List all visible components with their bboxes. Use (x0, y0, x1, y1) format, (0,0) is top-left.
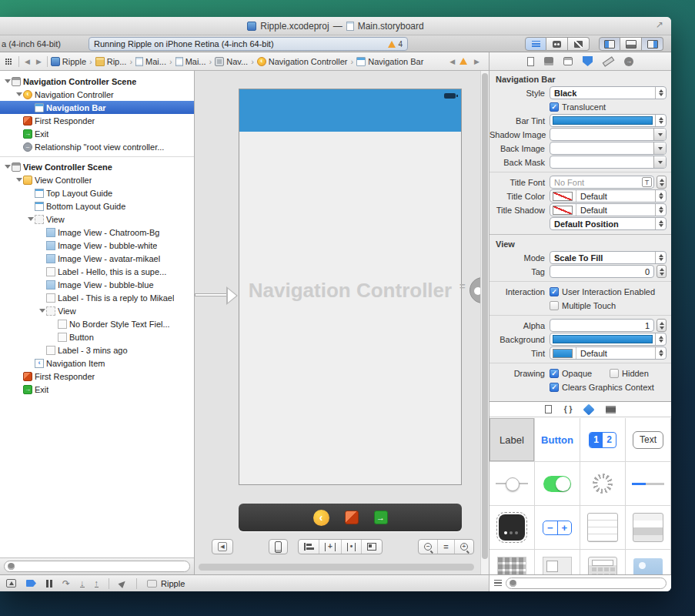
toggle-debug-area-icon[interactable] (6, 579, 16, 588)
library-cell-picker[interactable] (580, 550, 626, 574)
checkbox[interactable]: ✓ (550, 383, 559, 392)
outline-row[interactable]: Image View - bubble-blue (0, 278, 194, 291)
issue-warning-icon[interactable] (459, 58, 467, 65)
popup-arrows-icon[interactable] (655, 87, 666, 99)
outline-row[interactable]: Relationship "root view controller... (0, 140, 194, 153)
zoom-out-button[interactable]: − (419, 540, 437, 554)
popup-arrows-icon[interactable] (655, 347, 666, 359)
swatch-popup[interactable]: Default (550, 346, 667, 360)
popup-arrows-icon[interactable] (655, 252, 666, 263)
connections-inspector-icon[interactable]: → (624, 57, 633, 66)
font-field[interactable]: No FontT (550, 176, 654, 189)
outline-row[interactable]: Navigation Bar (0, 101, 194, 114)
color-swatch[interactable] (553, 206, 573, 215)
library-cell-segmented[interactable]: 12 (580, 418, 626, 462)
pause-icon[interactable] (46, 580, 52, 588)
outline-row[interactable]: Navigation Controller Scene (0, 75, 194, 88)
combo-dropdown-icon[interactable] (653, 129, 666, 140)
previous-issue-button[interactable]: ◀ (446, 58, 458, 65)
outline-row[interactable]: Top Layout Guide (0, 186, 194, 199)
library-cell-label[interactable]: Label (490, 418, 535, 462)
code-snippets-icon[interactable]: { } (564, 405, 573, 413)
vertical-scrollbar-thumb[interactable] (482, 73, 488, 559)
stepper-control[interactable] (657, 265, 667, 278)
value-field[interactable]: 0 (550, 265, 654, 278)
scheme-selector-fragment[interactable]: a (4-inch 64-bit) (2, 39, 61, 49)
library-cell-progress[interactable] (626, 462, 671, 506)
combo-field[interactable] (550, 128, 667, 141)
breadcrumb-item[interactable]: Navigation Bar (356, 57, 423, 66)
library-cell-textfield[interactable]: Text (626, 418, 671, 462)
color-swatch[interactable] (553, 349, 573, 358)
outline-row[interactable]: Label - This is a reply to Mikael (0, 291, 194, 304)
outline-row[interactable]: View Controller (0, 173, 194, 186)
library-cell-collectioncell[interactable] (535, 550, 580, 574)
back-button[interactable]: ◀ (22, 58, 33, 65)
outline-filter-field[interactable] (4, 561, 190, 572)
breadcrumb-item[interactable]: Rip... (95, 57, 127, 66)
popup-button[interactable]: Black (550, 86, 667, 99)
device-size-button[interactable] (269, 539, 288, 554)
outline-row[interactable]: Image View - bubble-white (0, 239, 194, 252)
horizontal-scrollbar[interactable] (199, 564, 474, 571)
title-bar[interactable]: Ripple.xcodeproj — Main.storyboard ↗ (0, 17, 671, 35)
outline-toggle-button[interactable]: ◀ (212, 539, 233, 554)
version-editor-button[interactable] (568, 37, 590, 51)
disclosure-triangle[interactable] (15, 178, 23, 182)
disclosure-triangle[interactable] (26, 217, 35, 221)
popup-button[interactable]: Scale To Fill (550, 251, 667, 264)
outline-row[interactable]: Label - 3 mins ago (0, 343, 194, 357)
outline-row[interactable]: Navigation Item (0, 357, 194, 370)
step-out-icon[interactable]: ↑ (95, 580, 99, 588)
stepper-control[interactable] (657, 319, 667, 332)
first-responder-icon[interactable] (345, 511, 359, 524)
identity-inspector-icon[interactable] (563, 57, 573, 65)
swatch-popup[interactable]: Default (550, 203, 667, 216)
breadcrumb-item[interactable]: Mai... (175, 57, 206, 66)
outline-row[interactable]: Image View - avatar-mikael (0, 252, 194, 265)
font-picker-icon[interactable]: T (642, 177, 652, 187)
popup-arrows-icon[interactable] (655, 333, 666, 345)
checkbox[interactable]: ✓ (550, 369, 559, 378)
outline-row[interactable]: Exit (0, 127, 194, 140)
outline-row[interactable]: View Controller Scene (0, 160, 194, 173)
breakpoints-icon[interactable] (26, 580, 36, 587)
size-inspector-icon[interactable] (603, 56, 615, 67)
library-cell-slider[interactable] (490, 462, 535, 506)
object-library-icon[interactable] (583, 403, 595, 415)
disclosure-triangle[interactable] (3, 165, 12, 169)
outline-row[interactable]: No Border Style Text Fiel... (0, 317, 194, 330)
navigator-toggle-button[interactable] (599, 37, 620, 51)
color-swatch[interactable] (553, 192, 573, 201)
outline-row[interactable]: Image View - Chatroom-Bg (0, 226, 194, 239)
vertical-scrollbar-track[interactable] (480, 71, 489, 574)
file-inspector-icon[interactable] (527, 57, 534, 66)
color-popup[interactable] (550, 333, 667, 346)
storyboard-canvas[interactable]: Navigation Controller = ‹ → ◀ + • − (195, 71, 489, 574)
popup-button[interactable]: Default Position (550, 217, 667, 230)
warning-icon[interactable] (388, 41, 396, 48)
quick-help-inspector-icon[interactable] (544, 57, 553, 65)
outline-row[interactable]: First Responder (0, 370, 194, 383)
library-cell-imageview[interactable] (626, 550, 671, 574)
popup-arrows-icon[interactable] (655, 204, 666, 216)
library-cell-table[interactable] (580, 506, 626, 550)
disclosure-triangle[interactable] (38, 309, 46, 313)
checkbox[interactable] (550, 301, 559, 310)
outline-row[interactable]: Button (0, 330, 194, 343)
color-popup[interactable] (550, 114, 667, 127)
step-into-icon[interactable]: ↓ (80, 580, 85, 588)
combo-dropdown-icon[interactable] (653, 142, 666, 154)
forward-button[interactable]: ▶ (33, 58, 45, 65)
checkbox[interactable]: ✓ (550, 102, 559, 112)
outline-row[interactable]: View (0, 304, 194, 317)
navigation-bar-view[interactable] (239, 89, 461, 132)
combo-field[interactable] (550, 142, 667, 155)
utilities-toggle-button[interactable] (642, 37, 663, 51)
warning-count[interactable]: 4 (398, 40, 403, 49)
actual-size-button[interactable]: = (437, 540, 453, 554)
step-over-icon[interactable]: ↷ (62, 580, 70, 588)
outline-row[interactable]: Label - Hello, this is a supe... (0, 265, 194, 278)
library-cell-switch[interactable] (535, 462, 580, 506)
outline-row[interactable]: Navigation Controller (0, 88, 194, 101)
